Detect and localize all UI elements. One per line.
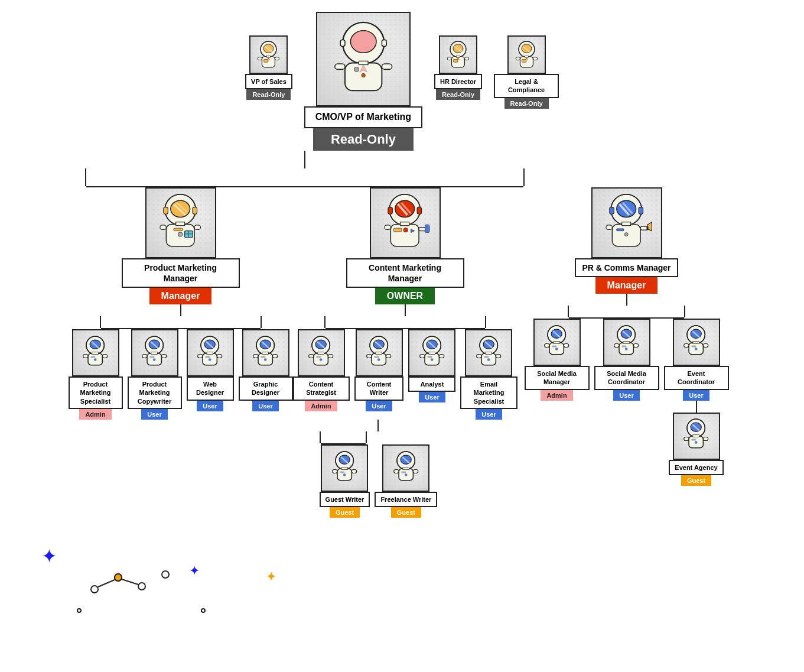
svg-rect-10 xyxy=(267,56,271,57)
molecule-decoration xyxy=(83,560,177,595)
pr-children-row: Social Media Manager Admin xyxy=(525,319,729,486)
product-copywriter-badge: User xyxy=(141,409,167,420)
svg-rect-30 xyxy=(447,57,451,60)
product-mgr-card: Product Marketing Manager Manager xyxy=(122,187,240,304)
svg-point-52 xyxy=(178,232,183,236)
svg-point-150 xyxy=(487,358,490,361)
svg-point-205 xyxy=(625,348,628,350)
svg-rect-105 xyxy=(417,207,421,214)
content-grandchildren-section: Guest Writer Guest xyxy=(293,420,517,518)
graphic-designer-label: Graphic Designer xyxy=(239,376,293,401)
product-mgr-badge: Manager xyxy=(149,288,212,304)
svg-rect-173 xyxy=(403,468,409,470)
hr-director-avatar xyxy=(439,35,477,74)
svg-rect-208 xyxy=(623,341,630,343)
product-mgr-svg xyxy=(149,192,211,254)
web-designer-svg xyxy=(190,333,230,373)
svg-point-160 xyxy=(343,473,346,476)
svg-point-85 xyxy=(209,358,211,361)
event-agency-badge: Guest xyxy=(681,475,711,486)
svg-rect-113 xyxy=(401,222,409,225)
cmo-section: CMO/VP of Marketing Read-Only xyxy=(304,12,422,151)
hr-astronaut-svg xyxy=(442,38,474,71)
svg-rect-96 xyxy=(253,354,258,358)
product-copywriter-avatar xyxy=(131,329,178,376)
pr-mgr-avatar xyxy=(591,187,662,258)
svg-rect-198 xyxy=(554,341,560,343)
svg-rect-87 xyxy=(217,354,222,358)
cc-left-drop xyxy=(324,316,325,328)
social-coordinator-card: Social Media Coordinator User xyxy=(594,319,659,401)
svg-rect-142 xyxy=(440,354,444,358)
svg-rect-76 xyxy=(142,354,147,358)
event-agency-label: Event Agency xyxy=(669,460,723,475)
product-specialist-avatar xyxy=(72,329,119,376)
svg-rect-185 xyxy=(617,228,624,231)
freelance-writer-svg xyxy=(386,448,426,488)
dot-circle-2 xyxy=(201,608,206,613)
cmo-label: CMO/VP of Marketing xyxy=(304,106,422,128)
product-mgr-avatar xyxy=(145,187,216,258)
svg-rect-88 xyxy=(207,352,213,355)
product-specialist-svg xyxy=(75,333,115,373)
product-children-hline xyxy=(100,316,262,329)
vp-sales-card: VP of Sales Read-Only xyxy=(245,35,292,100)
event-coordinator-label: Event Coordinator xyxy=(664,366,729,390)
svg-rect-197 xyxy=(564,343,569,347)
svg-rect-214 xyxy=(692,345,696,347)
event-coordinator-avatar xyxy=(673,319,720,366)
product-mgr-branch: Product Marketing Manager Manager xyxy=(69,187,293,420)
guest-writer-avatar xyxy=(321,444,368,492)
svg-rect-68 xyxy=(92,352,99,355)
content-children-hline xyxy=(324,316,486,329)
analyst-label: Analyst xyxy=(408,376,455,392)
content-writer-badge: User xyxy=(366,401,392,411)
svg-point-17 xyxy=(354,67,359,72)
web-designer-card: Web Designer User xyxy=(187,329,234,411)
svg-rect-8 xyxy=(258,57,262,60)
org-chart-container: VP of Sales Read-Only xyxy=(0,0,804,672)
svg-point-231 xyxy=(138,583,145,590)
svg-point-170 xyxy=(405,473,408,476)
email-specialist-label: Email Marketing Specialist xyxy=(460,376,517,409)
gc-hline-row xyxy=(320,431,438,444)
guest-writer-card: Guest Writer Guest xyxy=(320,444,370,518)
svg-rect-74 xyxy=(150,356,155,358)
svg-rect-31 xyxy=(464,57,468,60)
cmo-card: CMO/VP of Marketing Read-Only xyxy=(304,12,422,151)
svg-rect-152 xyxy=(496,354,501,358)
analyst-avatar xyxy=(408,329,455,376)
svg-rect-218 xyxy=(693,341,699,343)
svg-rect-77 xyxy=(162,354,167,358)
graphic-designer-badge: User xyxy=(252,401,278,411)
email-specialist-card: Email Marketing Specialist User xyxy=(460,329,517,420)
svg-rect-39 xyxy=(522,59,526,62)
event-coordinator-svg xyxy=(676,322,716,362)
svg-point-44 xyxy=(171,200,190,217)
product-mgr-label: Product Marketing Manager xyxy=(122,258,240,288)
svg-rect-129 xyxy=(375,356,379,358)
svg-point-175 xyxy=(617,200,636,217)
svg-rect-180 xyxy=(639,207,643,214)
pr-mgr-vline xyxy=(626,294,627,306)
svg-rect-9 xyxy=(275,57,279,60)
prc-right-drop xyxy=(684,306,685,317)
svg-rect-106 xyxy=(391,224,419,246)
hr-director-label: HR Director xyxy=(434,74,482,89)
social-coordinator-badge: User xyxy=(613,390,639,401)
event-coordinator-branch: Event Coordinator User xyxy=(664,319,729,486)
svg-rect-224 xyxy=(692,439,696,441)
manager-connector xyxy=(85,168,525,187)
svg-rect-48 xyxy=(164,207,168,214)
svg-rect-187 xyxy=(606,225,612,229)
freelance-writer-avatar xyxy=(382,444,429,492)
analyst-svg xyxy=(412,333,452,373)
svg-rect-104 xyxy=(388,207,392,214)
svg-point-120 xyxy=(320,358,323,361)
svg-rect-179 xyxy=(610,207,614,214)
legal-card: Legal & Compliance Read-Only xyxy=(494,35,559,109)
pr-children-hline xyxy=(568,306,685,319)
manager-hline-container xyxy=(12,168,792,187)
svg-rect-119 xyxy=(317,356,321,358)
analyst-card: Analyst User xyxy=(408,329,455,402)
